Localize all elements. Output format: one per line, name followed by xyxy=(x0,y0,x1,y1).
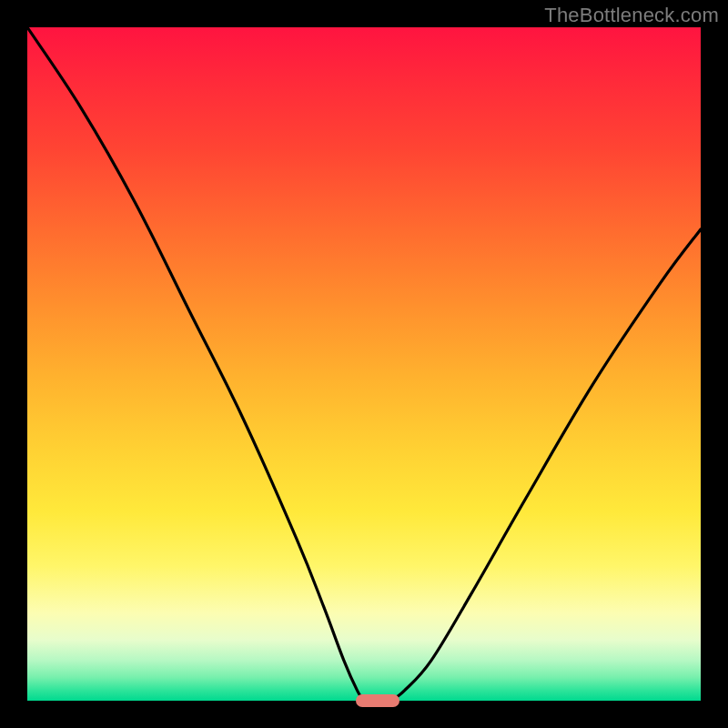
plot-area xyxy=(27,27,701,701)
bottleneck-curve xyxy=(27,27,701,701)
chart-stage: TheBottleneck.com xyxy=(0,0,728,728)
bottleneck-marker xyxy=(356,694,399,707)
watermark-text: TheBottleneck.com xyxy=(544,4,719,27)
